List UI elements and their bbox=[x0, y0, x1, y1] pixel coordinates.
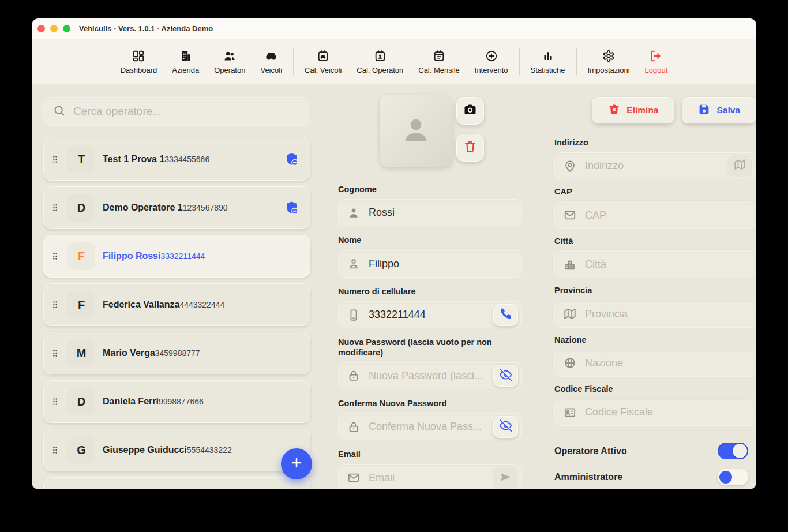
add-operator-button[interactable] bbox=[281, 448, 312, 479]
drag-handle-icon[interactable] bbox=[50, 444, 60, 456]
toggle-knob bbox=[719, 471, 732, 484]
map-icon bbox=[734, 159, 746, 173]
nuova-password-input[interactable] bbox=[367, 369, 486, 383]
drag-handle-icon[interactable] bbox=[50, 347, 60, 359]
operator-phone: 3332211444 bbox=[160, 252, 205, 261]
nuova-password-label: Nuova Password (lascia vuoto per non mod… bbox=[338, 338, 522, 358]
operator-phone: 9998877666 bbox=[159, 397, 204, 406]
calendar-user-icon bbox=[374, 50, 387, 62]
logout-icon bbox=[650, 50, 662, 62]
nazione-input[interactable] bbox=[584, 357, 752, 370]
minimize-window-button[interactable] bbox=[50, 25, 58, 32]
toggle-password-visibility-button[interactable] bbox=[493, 365, 518, 387]
nav-item-cal-operatori[interactable]: Cal. Operatori bbox=[349, 50, 411, 74]
zoom-window-button[interactable] bbox=[63, 25, 70, 32]
operator-row-partial[interactable] bbox=[43, 477, 310, 489]
operator-row[interactable]: M Mario Verga3459988777 bbox=[43, 332, 310, 374]
operator-name: Demo Operatore 1 bbox=[103, 203, 183, 212]
smartphone-icon bbox=[347, 309, 360, 321]
avatar: F bbox=[67, 242, 95, 270]
window-title: Vehiculis - Vers. 1.0.1 - Azienda Demo bbox=[79, 24, 213, 33]
phone-icon bbox=[500, 308, 512, 322]
provincia-field bbox=[554, 301, 756, 328]
email-input[interactable] bbox=[367, 471, 486, 485]
nome-input[interactable] bbox=[367, 257, 518, 271]
nuova-password-field bbox=[338, 362, 522, 389]
conferma-password-label: Conferma Nuova Password bbox=[338, 399, 522, 409]
cognome-input[interactable] bbox=[367, 206, 518, 219]
address-panel: Elimina Salva Indirizzo CAP bbox=[538, 84, 756, 489]
trash-x-icon bbox=[608, 103, 620, 118]
open-map-button[interactable] bbox=[727, 155, 752, 177]
nav-item-cal-mensile[interactable]: Cal. Mensile bbox=[411, 50, 467, 74]
drag-handle-icon[interactable] bbox=[50, 201, 60, 214]
nav-item-veicoli[interactable]: Veicoli bbox=[253, 50, 290, 74]
nav-item-cal-veicoli[interactable]: Cal. Veicoli bbox=[297, 50, 349, 74]
nav-item-operatori[interactable]: Operatori bbox=[207, 50, 253, 74]
delete-photo-button[interactable] bbox=[456, 134, 484, 162]
operator-phone: 5554433222 bbox=[187, 445, 232, 455]
delete-operator-button[interactable]: Elimina bbox=[592, 97, 674, 123]
save-operator-button[interactable]: Salva bbox=[682, 97, 756, 123]
toggle-password-visibility-button[interactable] bbox=[493, 416, 518, 438]
eye-off-icon bbox=[500, 369, 512, 383]
nav-item-impostazioni[interactable]: Impostazioni bbox=[580, 50, 637, 74]
avatar: D bbox=[67, 388, 95, 415]
operator-name: Giuseppe Guiducci bbox=[103, 445, 187, 455]
globe-icon bbox=[564, 357, 576, 369]
traffic-lights bbox=[37, 25, 70, 32]
citta-field bbox=[554, 251, 756, 278]
operator-phone: 4443322444 bbox=[179, 300, 224, 309]
plus-circle-icon bbox=[485, 50, 498, 62]
calendar-car-icon bbox=[317, 50, 329, 62]
app-window: Vehiculis - Vers. 1.0.1 - Azienda Demo D… bbox=[32, 18, 756, 489]
indirizzo-input[interactable] bbox=[584, 159, 720, 173]
search-input[interactable] bbox=[72, 104, 301, 118]
indirizzo-label: Indirizzo bbox=[554, 138, 756, 148]
cellulare-field bbox=[338, 301, 522, 328]
operatore-attivo-toggle[interactable] bbox=[718, 443, 748, 459]
cognome-field bbox=[338, 199, 522, 226]
nav-item-logout[interactable]: Logout bbox=[637, 50, 676, 74]
nav-item-statistiche[interactable]: Statistiche bbox=[523, 50, 573, 74]
indirizzo-field bbox=[554, 152, 756, 179]
profile-panel: Cognome Nome Numero di cellulare bbox=[322, 84, 538, 489]
operator-search bbox=[43, 97, 310, 126]
upload-photo-button[interactable] bbox=[456, 97, 484, 125]
drag-handle-icon[interactable] bbox=[50, 395, 60, 408]
send-icon bbox=[500, 471, 512, 485]
drag-handle-icon[interactable] bbox=[50, 250, 60, 263]
nav-item-azienda[interactable]: Azienda bbox=[164, 50, 207, 74]
operator-row[interactable]: G Giuseppe Guiducci5554433222 bbox=[43, 429, 310, 471]
operator-row[interactable]: T Test 1 Prova 13334455666 bbox=[43, 138, 310, 181]
operator-row[interactable]: D Demo Operatore 11234567890 bbox=[43, 186, 310, 229]
cap-input[interactable] bbox=[584, 209, 752, 222]
plus-icon bbox=[290, 456, 303, 472]
citta-input[interactable] bbox=[584, 258, 752, 271]
indirizzo-group: Indirizzo bbox=[554, 138, 756, 179]
nazione-field bbox=[554, 350, 756, 377]
call-button[interactable] bbox=[493, 304, 518, 326]
amministratore-toggle[interactable] bbox=[718, 469, 748, 485]
operator-row[interactable]: D Daniela Ferri9998877666 bbox=[43, 380, 310, 423]
operator-row[interactable]: F Federica Vallanza4443322444 bbox=[43, 283, 310, 326]
close-window-button[interactable] bbox=[37, 25, 45, 32]
nav-item-dashboard[interactable]: Dashboard bbox=[113, 50, 165, 74]
nazione-label: Nazione bbox=[554, 335, 756, 345]
conferma-password-input[interactable] bbox=[367, 420, 486, 433]
operator-row-selected[interactable]: F Filippo Rossi3332211444 bbox=[43, 235, 310, 278]
city-building-icon bbox=[564, 258, 576, 271]
send-email-button[interactable] bbox=[493, 467, 518, 489]
codice-fiscale-input[interactable] bbox=[584, 406, 752, 419]
avatar: F bbox=[67, 291, 95, 319]
email-label: Email bbox=[338, 449, 522, 459]
nav-item-intervento[interactable]: Intervento bbox=[467, 50, 516, 74]
drag-handle-icon[interactable] bbox=[50, 298, 60, 311]
citta-group: Città bbox=[554, 237, 756, 278]
cellulare-input[interactable] bbox=[367, 308, 486, 321]
drag-handle-icon[interactable] bbox=[50, 153, 60, 166]
trash-icon bbox=[463, 140, 477, 156]
provincia-input[interactable] bbox=[584, 308, 752, 321]
content-area: T Test 1 Prova 13334455666 D Demo Operat… bbox=[32, 84, 756, 489]
cellulare-label: Numero di cellulare bbox=[338, 287, 522, 297]
